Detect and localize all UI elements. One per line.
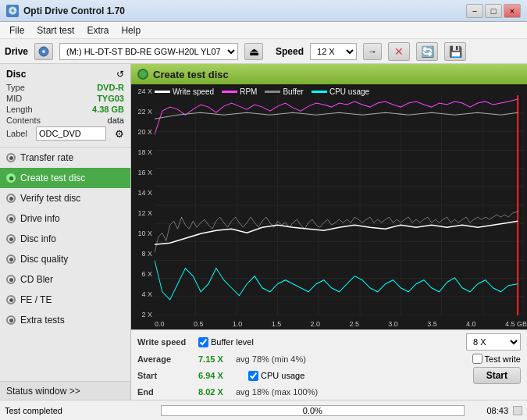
speed-label: Speed [276,46,304,57]
nav-dot-fe-te [6,295,16,304]
x-label-2: 2.0 [311,320,321,328]
nav-label-extra-tests: Extra tests [20,315,65,326]
right-panel: Create test disc 2 X 4 X 6 X 8 X 10 X 12… [131,64,527,400]
end-label: End [137,387,192,397]
window-controls: − □ × [466,4,521,18]
write-speed-legend-color [155,91,170,93]
disc-settings-icon[interactable]: ⚙ [115,128,124,140]
speed-select[interactable]: 12 X Max 4 X 8 X 16 X [310,43,357,60]
average-detail: avg 78% (min 4%) [236,354,306,364]
average-value: 7.15 X [198,354,230,364]
sidebar-item-cd-bler[interactable]: CD Bler [0,269,130,290]
disc-label-input[interactable] [36,126,106,141]
cpu-usage-checkbox-label[interactable]: CPU usage [248,371,304,381]
y-label-18: 18 X [131,148,155,156]
panel-title: Create test disc [153,69,229,80]
y-label-2: 2 X [131,311,155,319]
start-value: 6.94 X [198,371,230,380]
nav-label-drive-info: Drive info [20,213,60,224]
minimize-button[interactable]: − [466,4,483,18]
cpu-usage-label: CPU usage [261,371,304,380]
nav-dot-cd-bler [6,275,16,284]
status-window-label: Status window >> [6,386,80,397]
menu-start-test[interactable]: Start test [30,23,80,37]
nav-label-verify-test-disc: Verify test disc [20,193,80,204]
disc-section-title: Disc [6,69,26,80]
eject-button[interactable]: ⏏ [244,43,263,60]
buffer-level-checkbox[interactable] [198,337,208,347]
sidebar-item-verify-test-disc[interactable]: Verify test disc [0,188,130,208]
test-write-checkbox-label[interactable]: Test write [472,354,521,364]
chart-legend: Write speed RPM Buffer CPU usage [155,87,369,96]
sidebar-item-fe-te[interactable]: FE / TE [0,290,130,310]
end-detail: avg 18% (max 100%) [236,387,318,397]
length-value: 4.38 GB [92,105,124,114]
speed-combo[interactable]: 8 X 4 X 6 X 12 X [466,333,521,351]
sidebar-item-extra-tests[interactable]: Extra tests [0,310,130,330]
nav-dot-disc-quality [6,254,16,264]
buffer-level-label: Buffer level [211,337,254,347]
panel-header: Create test disc [131,64,527,84]
disc-label-label: Label [6,129,27,138]
status-window-button[interactable]: Status window >> [0,381,130,400]
main-content: Disc ↺ Type DVD-R MID TYG03 Length 4.38 … [0,64,527,400]
nav-dot-drive-info [6,214,16,223]
cpu-legend-label: CPU usage [329,87,369,96]
sidebar-item-drive-info[interactable]: Drive info [0,208,130,229]
nav-dot-disc-info [6,234,16,244]
menu-extra[interactable]: Extra [80,23,115,37]
menu-help[interactable]: Help [115,23,147,37]
x-label-1: 1.0 [233,320,243,328]
write-speed-ctrl-label: Write speed [137,337,192,347]
type-value: DVD-R [97,83,124,92]
average-label: Average [137,354,192,364]
sidebar-item-transfer-rate[interactable]: Transfer rate [0,148,130,168]
refresh-btn[interactable]: 🔄 [416,42,438,61]
mid-label: MID [6,94,22,103]
drive-icon-btn[interactable] [34,43,53,60]
y-label-24: 24 X [131,87,155,95]
progress-bar: 0.0% [161,405,465,416]
disc-refresh-icon[interactable]: ↺ [116,69,124,80]
buffer-level-checkbox-label[interactable]: Buffer level [198,337,254,347]
y-label-6: 6 X [131,270,155,278]
x-label-35: 3.5 [427,320,437,328]
status-bar: Test completed 0.0% 08:43 [0,400,527,420]
sidebar-item-disc-quality[interactable]: Disc quality [0,249,130,269]
menu-file[interactable]: File [3,23,30,37]
start-label: Start [137,371,192,380]
x-label-45: 4.5 GB [505,320,527,328]
disc-info-panel: Disc ↺ Type DVD-R MID TYG03 Length 4.38 … [0,64,130,148]
contents-label: Contents [6,116,41,125]
y-label-16: 16 X [131,169,155,176]
x-label-05: 0.5 [194,320,204,328]
panel-header-icon [137,69,148,80]
contents-value: data [108,116,124,125]
progress-text: 0.0% [162,406,464,415]
app-title: Opti Drive Control 1.70 [23,5,125,16]
test-write-checkbox[interactable] [472,354,482,364]
y-label-8: 8 X [131,250,155,258]
save-btn[interactable]: 💾 [444,42,466,61]
start-button[interactable]: Start [473,367,521,384]
chart-controls: Write speed Buffer level 8 X 4 X 6 X 12 … [131,329,527,400]
y-label-4: 4 X [131,290,155,298]
nav-label-disc-info: Disc info [20,233,56,244]
y-label-22: 22 X [131,108,155,116]
close-button[interactable]: × [504,4,521,18]
nav-dot-verify-test-disc [6,194,16,203]
clear-btn[interactable]: ✕ [388,42,410,61]
nav-label-disc-quality: Disc quality [20,254,68,265]
sidebar-item-disc-info[interactable]: Disc info [0,229,130,249]
cpu-usage-checkbox[interactable] [248,371,258,381]
speed-arrow-btn[interactable]: → [363,43,382,60]
drive-select[interactable]: (M:) HL-DT-ST BD-RE GGW-H20L YL07 [59,43,238,60]
sidebar-item-create-test-disc[interactable]: Create test disc [0,168,130,188]
mid-value: TYG03 [97,94,124,103]
drive-label: Drive [5,46,28,57]
maximize-button[interactable]: □ [485,4,502,18]
nav-label-fe-te: FE / TE [20,294,52,305]
x-label-15: 1.5 [272,320,282,328]
x-label-25: 2.5 [349,320,359,328]
app-icon: 💿 [6,5,19,17]
